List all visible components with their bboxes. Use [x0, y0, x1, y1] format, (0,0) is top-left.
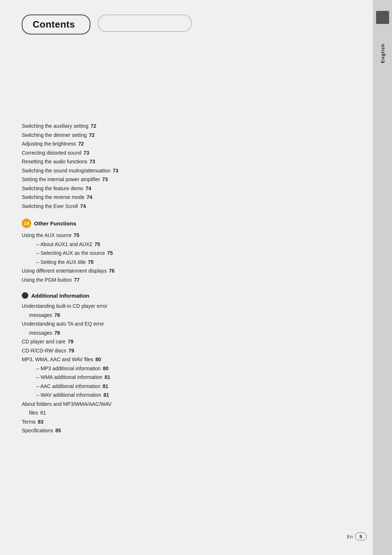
list-item: Switching the reverse mode 74 — [22, 193, 351, 202]
list-item: Setting the internal power amplifier 73 — [22, 175, 351, 184]
section-14-badge: 14 — [22, 219, 31, 228]
top-toc-section: Switching the auxiliary setting 72 Switc… — [22, 122, 351, 211]
list-item: – About AUX1 and AUX2 75 — [22, 240, 351, 249]
section-14-items: Using the AUX source 75 – About AUX1 and… — [22, 231, 351, 284]
spacer — [22, 42, 351, 122]
list-item: About folders and MP3/WMA/AAC/WAV files … — [22, 400, 351, 417]
footer: En 5 — [347, 532, 367, 540]
list-item: Using the PGM button 77 — [22, 276, 351, 285]
list-item: CD-R/CD-RW discs 79 — [22, 346, 351, 355]
list-item: MP3, WMA, AAC and WAV files 80 — [22, 355, 351, 364]
list-item: Switching the sound muting/attenuation 7… — [22, 166, 351, 175]
section-14-label: Other Functions — [34, 220, 76, 227]
main-content: Contents Switching the auxiliary setting… — [0, 0, 373, 555]
page-title: Contents — [33, 19, 75, 30]
section-additional-badge — [22, 292, 28, 299]
header-area: Contents — [22, 15, 351, 34]
footer-en-label: En — [347, 534, 353, 539]
list-item: – WMA additional information 81 — [22, 373, 351, 382]
section-additional-label: Additional Information — [31, 293, 89, 299]
list-item: Specifications 85 — [22, 426, 351, 435]
list-item: – Selecting AUX as the source 75 — [22, 249, 351, 258]
header-empty-box — [98, 15, 192, 32]
section-additional-header: Additional Information — [22, 292, 351, 299]
list-item: Switching the Ever Scroll 74 — [22, 202, 351, 211]
list-item: Using different entertainment displays 7… — [22, 266, 351, 276]
page: Contents Switching the auxiliary setting… — [0, 0, 392, 555]
list-item: Using the AUX source 75 — [22, 231, 351, 240]
list-item: Adjusting the brightness 72 — [22, 139, 351, 148]
list-item: Switching the auxiliary setting 72 — [22, 122, 351, 131]
footer-page-number: 5 — [355, 532, 367, 540]
sidebar-square — [376, 11, 389, 24]
list-item: Switching the feature demo 74 — [22, 184, 351, 193]
list-item: – AAC additional information 81 — [22, 382, 351, 391]
list-item: – WAV additional information 81 — [22, 391, 351, 400]
section-14-header: 14 Other Functions — [22, 219, 351, 228]
language-label: English — [380, 44, 385, 63]
list-item: Resetting the audio functions 73 — [22, 157, 351, 166]
title-box: Contents — [22, 15, 90, 34]
list-item: Understanding built-in CD player error m… — [22, 302, 174, 319]
list-item: CD player and care 79 — [22, 337, 351, 346]
list-item: Understanding auto TA and EQ error messa… — [22, 319, 174, 337]
list-item: Terms 83 — [22, 417, 351, 427]
section-additional-items: Understanding built-in CD player error m… — [22, 302, 351, 435]
list-item: – MP3 additional information 80 — [22, 364, 351, 373]
right-sidebar: English — [373, 0, 392, 555]
list-item: Switching the dimmer setting 72 — [22, 131, 351, 140]
list-item: Correcting distorted sound 73 — [22, 148, 351, 158]
list-item: – Setting the AUX title 75 — [22, 258, 351, 267]
